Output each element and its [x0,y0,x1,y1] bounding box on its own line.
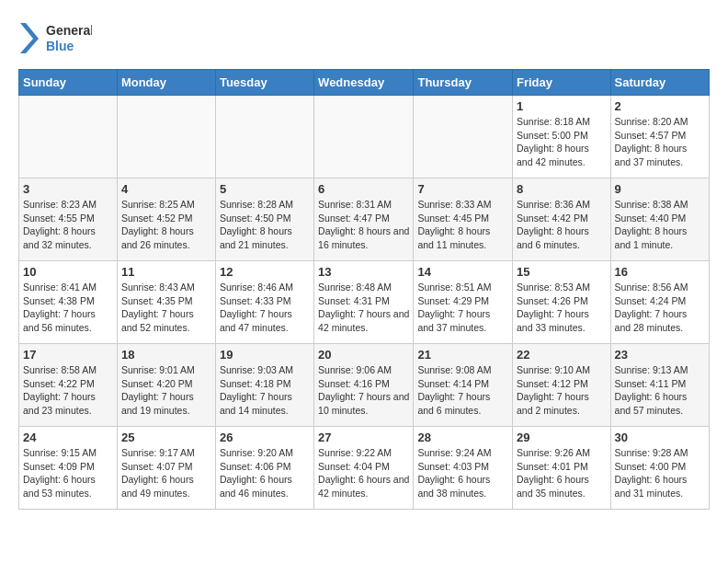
day-info: Sunrise: 8:41 AMSunset: 4:38 PMDaylight:… [23,281,113,335]
day-number: 20 [318,348,409,362]
day-info: Sunrise: 8:46 AMSunset: 4:33 PMDaylight:… [220,281,310,335]
svg-marker-2 [20,23,39,53]
weekday-header-friday: Friday [513,70,611,96]
calendar-cell: 25Sunrise: 9:17 AMSunset: 4:07 PMDayligh… [117,427,215,510]
calendar-cell: 29Sunrise: 9:26 AMSunset: 4:01 PMDayligh… [513,427,611,510]
day-number: 28 [417,431,508,444]
day-info: Sunrise: 8:20 AMSunset: 4:57 PMDaylight:… [615,115,705,169]
day-number: 11 [121,265,211,279]
day-number: 9 [615,182,705,196]
day-info: Sunrise: 8:48 AMSunset: 4:31 PMDaylight:… [318,281,409,335]
weekday-header-sunday: Sunday [19,70,118,96]
calendar-cell: 4Sunrise: 8:25 AMSunset: 4:52 PMDaylight… [117,178,215,261]
calendar-cell [117,96,215,178]
day-number: 12 [220,265,310,279]
day-info: Sunrise: 8:38 AMSunset: 4:40 PMDaylight:… [615,198,705,252]
weekday-header-thursday: Thursday [414,70,513,96]
day-info: Sunrise: 8:28 AMSunset: 4:50 PMDaylight:… [220,198,310,252]
day-info: Sunrise: 9:22 AMSunset: 4:04 PMDaylight:… [318,446,409,500]
day-info: Sunrise: 8:25 AMSunset: 4:52 PMDaylight:… [121,198,211,252]
logo: General Blue [18,18,92,60]
day-info: Sunrise: 9:01 AMSunset: 4:20 PMDaylight:… [121,363,211,418]
day-number: 25 [121,431,211,444]
calendar-cell: 2Sunrise: 8:20 AMSunset: 4:57 PMDaylight… [610,96,709,178]
calendar-cell: 17Sunrise: 8:58 AMSunset: 4:22 PMDayligh… [19,344,118,427]
day-number: 4 [121,182,211,196]
day-info: Sunrise: 9:10 AMSunset: 4:12 PMDaylight:… [517,363,607,418]
calendar-cell: 5Sunrise: 8:28 AMSunset: 4:50 PMDaylight… [215,178,313,261]
weekday-header-wednesday: Wednesday [314,70,414,96]
day-info: Sunrise: 9:08 AMSunset: 4:14 PMDaylight:… [417,363,508,418]
day-number: 10 [23,265,113,279]
weekday-header-tuesday: Tuesday [215,70,313,96]
week-row-2: 3Sunrise: 8:23 AMSunset: 4:55 PMDaylight… [19,178,710,261]
calendar-cell: 11Sunrise: 8:43 AMSunset: 4:35 PMDayligh… [117,261,215,344]
day-info: Sunrise: 9:20 AMSunset: 4:06 PMDaylight:… [220,446,310,500]
calendar-cell: 7Sunrise: 8:33 AMSunset: 4:45 PMDaylight… [414,178,513,261]
weekday-header-monday: Monday [117,70,215,96]
weekday-header-saturday: Saturday [610,70,709,96]
page-header: General Blue [18,18,710,60]
calendar-cell: 23Sunrise: 9:13 AMSunset: 4:11 PMDayligh… [610,344,709,427]
calendar-cell: 3Sunrise: 8:23 AMSunset: 4:55 PMDaylight… [19,178,118,261]
day-number: 21 [417,348,508,362]
calendar-cell: 22Sunrise: 9:10 AMSunset: 4:12 PMDayligh… [513,344,611,427]
day-info: Sunrise: 8:43 AMSunset: 4:35 PMDaylight:… [121,281,211,335]
day-info: Sunrise: 8:36 AMSunset: 4:42 PMDaylight:… [517,198,607,252]
day-number: 1 [517,99,607,113]
calendar-cell [314,96,414,178]
calendar-cell: 27Sunrise: 9:22 AMSunset: 4:04 PMDayligh… [314,427,414,510]
day-info: Sunrise: 8:56 AMSunset: 4:24 PMDaylight:… [615,281,705,335]
day-info: Sunrise: 9:24 AMSunset: 4:03 PMDaylight:… [417,446,508,500]
calendar-table: SundayMondayTuesdayWednesdayThursdayFrid… [18,69,710,510]
day-number: 7 [417,182,508,196]
day-info: Sunrise: 8:18 AMSunset: 5:00 PMDaylight:… [517,115,607,169]
calendar-cell: 16Sunrise: 8:56 AMSunset: 4:24 PMDayligh… [610,261,709,344]
day-number: 29 [517,431,607,444]
calendar-cell: 10Sunrise: 8:41 AMSunset: 4:38 PMDayligh… [19,261,118,344]
day-number: 15 [517,265,607,279]
calendar-cell: 19Sunrise: 9:03 AMSunset: 4:18 PMDayligh… [215,344,313,427]
day-info: Sunrise: 9:15 AMSunset: 4:09 PMDaylight:… [23,446,113,500]
calendar-cell: 13Sunrise: 8:48 AMSunset: 4:31 PMDayligh… [314,261,414,344]
day-info: Sunrise: 8:23 AMSunset: 4:55 PMDaylight:… [23,198,113,252]
day-info: Sunrise: 9:28 AMSunset: 4:00 PMDaylight:… [615,446,705,500]
day-info: Sunrise: 8:31 AMSunset: 4:47 PMDaylight:… [318,198,409,252]
day-number: 19 [220,348,310,362]
day-number: 13 [318,265,409,279]
calendar-cell: 12Sunrise: 8:46 AMSunset: 4:33 PMDayligh… [215,261,313,344]
week-row-1: 1Sunrise: 8:18 AMSunset: 5:00 PMDaylight… [19,96,710,178]
day-number: 24 [23,431,113,444]
calendar-cell [215,96,313,178]
week-row-4: 17Sunrise: 8:58 AMSunset: 4:22 PMDayligh… [19,344,710,427]
day-info: Sunrise: 8:51 AMSunset: 4:29 PMDaylight:… [417,281,508,335]
calendar-cell: 21Sunrise: 9:08 AMSunset: 4:14 PMDayligh… [414,344,513,427]
day-number: 8 [517,182,607,196]
logo-svg: General Blue [18,18,92,60]
calendar-cell: 18Sunrise: 9:01 AMSunset: 4:20 PMDayligh… [117,344,215,427]
day-number: 3 [23,182,113,196]
day-number: 17 [23,348,113,362]
day-info: Sunrise: 9:03 AMSunset: 4:18 PMDaylight:… [220,363,310,418]
day-number: 27 [318,431,409,444]
day-number: 6 [318,182,409,196]
calendar-cell: 28Sunrise: 9:24 AMSunset: 4:03 PMDayligh… [414,427,513,510]
calendar-cell: 26Sunrise: 9:20 AMSunset: 4:06 PMDayligh… [215,427,313,510]
day-number: 14 [417,265,508,279]
calendar-cell [414,96,513,178]
week-row-3: 10Sunrise: 8:41 AMSunset: 4:38 PMDayligh… [19,261,710,344]
day-info: Sunrise: 8:53 AMSunset: 4:26 PMDaylight:… [517,281,607,335]
day-info: Sunrise: 9:26 AMSunset: 4:01 PMDaylight:… [517,446,607,500]
day-number: 5 [220,182,310,196]
week-row-5: 24Sunrise: 9:15 AMSunset: 4:09 PMDayligh… [19,427,710,510]
day-info: Sunrise: 8:58 AMSunset: 4:22 PMDaylight:… [23,363,113,418]
calendar-cell: 9Sunrise: 8:38 AMSunset: 4:40 PMDaylight… [610,178,709,261]
day-number: 2 [615,99,705,113]
calendar-cell [19,96,118,178]
day-number: 22 [517,348,607,362]
day-info: Sunrise: 9:17 AMSunset: 4:07 PMDaylight:… [121,446,211,500]
calendar-cell: 15Sunrise: 8:53 AMSunset: 4:26 PMDayligh… [513,261,611,344]
day-info: Sunrise: 9:06 AMSunset: 4:16 PMDaylight:… [318,363,409,418]
calendar-cell: 8Sunrise: 8:36 AMSunset: 4:42 PMDaylight… [513,178,611,261]
calendar-cell: 14Sunrise: 8:51 AMSunset: 4:29 PMDayligh… [414,261,513,344]
